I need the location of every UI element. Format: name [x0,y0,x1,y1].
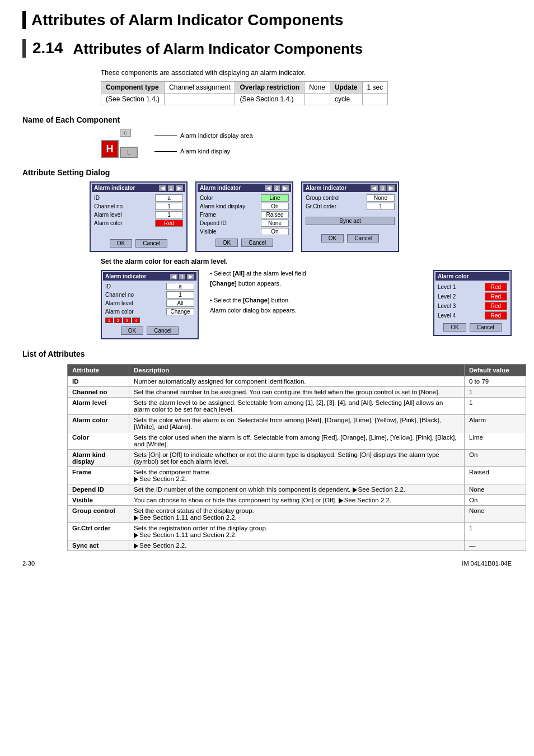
col-component-type: Component type [101,82,165,94]
dialog-1-cancel[interactable]: Cancel [135,239,167,248]
page-title: Attributes of Alarm Indicator Components [31,11,343,29]
col-update: Update [330,82,362,94]
attr-row-name-4: Color [68,432,129,450]
alarm-h-box: H [101,140,119,158]
attr-row-default-5: On [465,450,526,467]
attr-col-default: Default value [465,365,526,376]
attr-row-name-6: Frame [68,467,129,484]
alarm-level-field-color: Alarm color Change [105,308,194,315]
dialog-2-field-color: Color Line [200,194,289,202]
dialog-3-title: Alarm indicator [306,185,346,191]
attr-row-desc-0: Number automatically assigned for compon… [129,376,465,387]
attributes-section: List of Attributes Attribute Description… [22,349,512,551]
attr-dialog-title: Attribute Setting Dialog [22,168,512,177]
arrow-label-kind: Alarm kind display [154,148,253,155]
attr-row-desc-6: Sets the component frame.See Section 2.2… [129,467,465,484]
attr-row-name-8: Visible [68,495,129,506]
dialog-2-title: Alarm indicator [200,185,241,191]
alarm-level-section: Set the alarm color for each alarm level… [101,258,512,339]
attr-row-name-2: Alarm level [68,398,129,415]
dialog-2-cancel[interactable]: Cancel [241,239,273,247]
row1-component-type: (See Section 1.4.) [101,94,165,105]
dialog-row: Alarm indicator ◀1▶ ID a Channel no 1 Al… [90,181,512,252]
attr-row-name-11: Sync act [68,540,129,551]
attr-row-default-4: Lime [465,432,526,450]
alarm-color-level4: Level 4 Red [438,311,507,320]
dialog-2-field-visible: Visible On [200,228,289,235]
alarm-level-field-id: ID a [105,283,194,290]
dialog-1-field-channel: Channel no 1 [94,203,183,210]
dialog-1-nav: ◀1▶ [159,185,183,191]
dialog-1-field-id: ID a [94,194,183,202]
bullet-list: • Select [All] at the alarm level field.… [210,270,422,317]
dialog-2-field-alarm-kind: Alarm kind display On [200,203,289,210]
attr-row-desc-10: Sets the registration order of the displ… [129,523,465,540]
attr-row-desc-2: Sets the alarm level to be assigned. Sel… [129,398,465,415]
dialog-1-title: Alarm indicator [94,185,135,191]
alarm-color-ok[interactable]: OK [443,323,466,332]
dialog-1-ok[interactable]: OK [110,239,132,248]
attr-row-name-3: Alarm color [68,415,129,432]
dialog-3-buttons: OK Cancel [303,234,397,242]
alarm-level-buttons: OK Cancel [103,326,196,335]
section-number: 2.14 [32,39,63,57]
row1-1sec [362,94,388,105]
attr-row-name-10: Gr.Ctrl order [68,523,129,540]
alarm-color-title: Alarm color [435,272,509,281]
alarm-l-box: L [120,147,138,158]
name-section: Name of Each Component H C L Alarm indic… [22,115,512,158]
bullet-1: • Select [All] at the alarm level field. [210,270,422,277]
dialog-2-nav: ◀2▶ [265,185,289,191]
page-header: Attributes of Alarm Indicator Components [22,11,512,29]
bullet-3: • Select the [Change] button. [210,297,422,304]
dialog-3-cancel[interactable]: Cancel [347,234,379,242]
attr-row-desc-11: See Section 2.2. [129,540,465,551]
dialog-3-sync-btn[interactable]: Sync act [306,217,395,225]
attr-row-default-9: None [465,506,526,523]
attr-row-default-7: None [465,484,526,495]
alarm-level-cancel[interactable]: Cancel [147,326,179,335]
dialog-3: Alarm indicator ◀3▶ Group control None G… [301,181,399,252]
alarm-color-cancel[interactable]: Cancel [470,323,502,332]
arrow-label-indictor: Alarm indictor display area [154,132,253,139]
attr-dialog-section: Attribute Setting Dialog Alarm indicator… [22,168,512,252]
attr-col-description: Description [129,365,465,376]
attr-row-desc-1: Set the channel number to be assigned. Y… [129,387,465,398]
attr-row-default-11: — [465,540,526,551]
attr-row-default-1: 1 [465,387,526,398]
dialog-2-field-frame: Frame Raised [200,211,289,218]
alarm-color-buttons: OK Cancel [435,323,509,332]
attr-row-default-3: Alarm [465,415,526,432]
attr-row-default-2: 1 [465,398,526,415]
dialog-2-ok[interactable]: OK [216,239,238,247]
level-bar-3: 3 [123,318,131,323]
col-channel-assignment: Channel assignment [165,82,235,94]
attr-row-default-8: On [465,495,526,506]
alarm-c-box: C [120,129,131,137]
level-bar-1: 1 [105,318,113,323]
alarm-level-ok[interactable]: OK [121,326,143,335]
dialog-3-nav: ◀3▶ [371,185,395,191]
alarm-level-dialog-title: Alarm indicator [105,273,146,279]
level-bar-2: 2 [114,318,122,323]
dialog-3-ok[interactable]: OK [321,234,344,242]
dialog-2-field-depend-id: Depend ID None [200,220,289,227]
level-bar-4: 4 [132,318,140,323]
footer: 2-30 IM 04L41B01-04E [22,560,512,567]
attr-row-desc-7: Set the ID number of the component on wh… [129,484,465,495]
dialog-1: Alarm indicator ◀1▶ ID a Channel no 1 Al… [90,181,188,252]
component-type-table: Component type Channel assignment Overla… [101,81,388,105]
attr-row-desc-9: Set the control status of the display gr… [129,506,465,523]
col-overlap-restriction: Overlap restriction [235,82,305,94]
attr-row-desc-4: Sets the color used when the alarm is of… [129,432,465,450]
attr-row-default-0: 0 to 79 [465,376,526,387]
dialog-3-field-grcrl-order: Gr.Ctrl order 1 [306,203,395,210]
dialog-3-field-group: Group control None [306,194,395,202]
col-1sec: 1 sec [362,82,388,94]
alarm-color-level2: Level 2 Red [438,292,507,301]
alarm-color-dialog: Alarm color Level 1 Red Level 2 Red Leve… [433,270,512,336]
alarm-color-level1: Level 1 Red [438,283,507,291]
alarm-level-field-channel: Channel no 1 [105,291,194,298]
dialog-3-sync: Sync act [306,217,395,225]
attr-row-name-9: Group control [68,506,129,523]
